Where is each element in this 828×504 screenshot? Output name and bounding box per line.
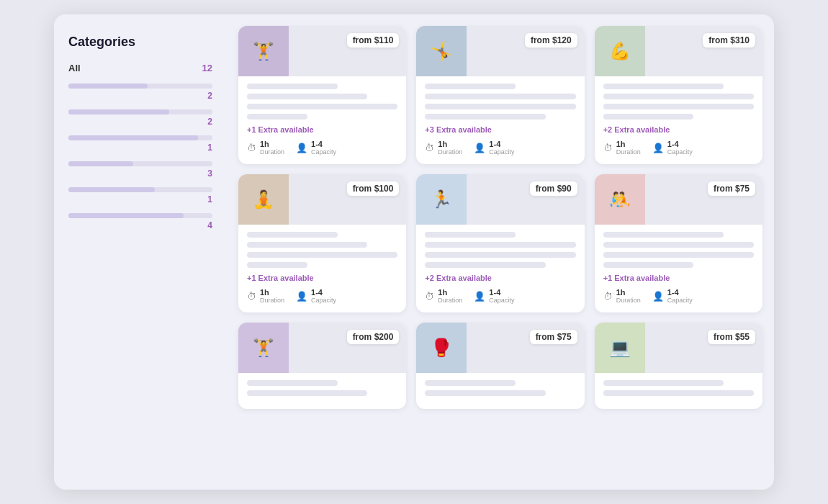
category-item-5[interactable]: 1 — [68, 187, 212, 204]
app-container: Categories All 12 2 2 1 — [54, 14, 774, 490]
category-count-2: 2 — [207, 117, 212, 127]
card-5-body: +2 Extra available ⏱ 1h Duration 👤 — [416, 225, 584, 312]
card-3-extra: +2 Extra available — [603, 125, 754, 134]
card-2-line3-skeleton — [425, 114, 545, 120]
card-2-title-skeleton — [425, 84, 516, 89]
card-5-capacity-value: 1-4 — [489, 288, 514, 297]
card-1-price: from $110 — [347, 33, 400, 48]
sidebar-title: Categories — [68, 35, 212, 50]
card-8-title-skeleton — [425, 380, 516, 386]
card-5-extra: +2 Extra available — [425, 274, 575, 282]
card-7[interactable]: 🏋️ from $200 — [238, 323, 406, 409]
card-2-capacity: 👤 1-4 Capacity — [474, 140, 514, 156]
card-4-duration: ⏱ 1h Duration — [247, 288, 284, 304]
category-item-6[interactable]: 4 — [68, 213, 212, 230]
card-2[interactable]: 🤸 from $120 +3 Extra available ⏱ 1h — [416, 26, 584, 164]
card-5-image: 🏃 — [416, 174, 467, 225]
card-4-duration-value: 1h — [260, 288, 284, 297]
card-1-capacity-label: Capacity — [311, 148, 336, 156]
category-all-label: All — [68, 63, 81, 73]
clock-icon-5: ⏱ — [425, 291, 434, 302]
card-1-image: 🏋️ — [238, 26, 289, 76]
card-1-duration-value: 1h — [260, 140, 284, 148]
category-all-row[interactable]: All 12 — [68, 63, 212, 73]
card-6-title-skeleton — [603, 232, 724, 238]
card-2-duration: ⏱ 1h Duration — [425, 140, 462, 156]
category-item-4[interactable]: 3 — [68, 161, 212, 179]
person-icon-4: 👤 — [296, 291, 307, 302]
category-item-2[interactable]: 2 — [68, 109, 212, 127]
card-1-title-skeleton — [247, 84, 338, 89]
card-3-line3-skeleton — [603, 114, 694, 120]
card-7-price: from $200 — [347, 330, 400, 344]
card-2-duration-label: Duration — [438, 148, 462, 156]
card-3-capacity: 👤 1-4 Capacity — [652, 140, 693, 156]
card-3-price: from $310 — [703, 33, 755, 48]
card-1[interactable]: 🏋️ from $110 +1 Extra available ⏱ 1h — [238, 26, 406, 164]
card-2-body: +3 Extra available ⏱ 1h Duration 👤 — [416, 76, 584, 164]
card-4-header: 🧘 from $100 — [238, 174, 406, 225]
card-7-header: 🏋️ from $200 — [238, 323, 406, 373]
card-7-image: 🏋️ — [238, 323, 289, 373]
card-5-duration: ⏱ 1h Duration — [425, 288, 462, 304]
card-3-line1-skeleton — [603, 94, 754, 99]
card-5-header: 🏃 from $90 — [416, 174, 584, 225]
card-7-title-skeleton — [247, 380, 338, 386]
card-1-meta: ⏱ 1h Duration 👤 1-4 Capacity — [247, 140, 397, 156]
category-count-6: 4 — [207, 220, 212, 230]
category-item-1[interactable]: 2 — [68, 84, 212, 101]
card-4-capacity-label: Capacity — [311, 297, 336, 304]
card-3-capacity-value: 1-4 — [667, 140, 693, 148]
card-6[interactable]: 🤼 from $75 +1 Extra available ⏱ 1h — [595, 174, 762, 312]
card-9-title-skeleton — [603, 380, 724, 386]
card-4-capacity-value: 1-4 — [311, 288, 336, 297]
card-8[interactable]: 🥊 from $75 — [416, 323, 584, 409]
card-6-meta: ⏱ 1h Duration 👤 1-4 Capacity — [603, 288, 754, 304]
card-6-line1-skeleton — [603, 242, 754, 248]
card-9-line1-skeleton — [603, 390, 754, 396]
card-9[interactable]: 💻 from $55 — [595, 323, 762, 409]
card-6-image: 🤼 — [595, 174, 645, 225]
card-2-meta: ⏱ 1h Duration 👤 1-4 Capacity — [425, 140, 575, 156]
card-3-duration: ⏱ 1h Duration — [603, 140, 641, 156]
card-5-title-skeleton — [425, 232, 516, 238]
card-5-meta: ⏱ 1h Duration 👤 1-4 Capacity — [425, 288, 575, 304]
card-5[interactable]: 🏃 from $90 +2 Extra available ⏱ 1h — [416, 174, 584, 312]
card-2-price: from $120 — [525, 33, 577, 48]
card-4-price: from $100 — [347, 181, 400, 196]
card-2-line1-skeleton — [425, 94, 575, 99]
card-3[interactable]: 💪 from $310 +2 Extra available ⏱ 1h — [595, 26, 762, 164]
card-1-capacity: 👤 1-4 Capacity — [296, 140, 336, 156]
cards-grid: 🏋️ from $110 +1 Extra available ⏱ 1h — [238, 26, 762, 409]
card-4-title-skeleton — [247, 232, 338, 238]
card-3-capacity-label: Capacity — [667, 148, 693, 156]
card-6-body: +1 Extra available ⏱ 1h Duration 👤 — [595, 225, 762, 312]
card-5-line2-skeleton — [425, 252, 575, 258]
card-1-header: 🏋️ from $110 — [238, 26, 406, 76]
card-6-header: 🤼 from $75 — [595, 174, 762, 225]
card-6-duration: ⏱ 1h Duration — [603, 288, 641, 304]
card-7-body — [238, 373, 406, 409]
card-2-capacity-label: Capacity — [489, 148, 514, 156]
card-6-duration-label: Duration — [616, 297, 641, 304]
clock-icon-3: ⏱ — [603, 143, 613, 153]
card-3-duration-label: Duration — [616, 148, 641, 156]
person-icon: 👤 — [296, 143, 307, 153]
category-count-3: 1 — [207, 143, 212, 153]
card-6-capacity: 👤 1-4 Capacity — [652, 288, 693, 304]
card-3-header: 💪 from $310 — [595, 26, 762, 76]
card-1-duration-label: Duration — [260, 148, 284, 156]
card-4[interactable]: 🧘 from $100 +1 Extra available ⏱ 1h — [238, 174, 406, 312]
card-8-price: from $75 — [530, 330, 577, 344]
card-4-image: 🧘 — [238, 174, 289, 225]
card-3-image: 💪 — [595, 26, 645, 76]
category-count-5: 1 — [207, 194, 212, 204]
person-icon-5: 👤 — [474, 291, 485, 302]
card-4-capacity: 👤 1-4 Capacity — [296, 288, 336, 304]
card-8-body — [416, 373, 584, 409]
category-item-3[interactable]: 1 — [68, 135, 212, 153]
card-5-price: from $90 — [530, 181, 577, 196]
card-2-header: 🤸 from $120 — [416, 26, 584, 76]
card-2-extra: +3 Extra available — [425, 125, 575, 134]
card-9-body — [595, 373, 762, 409]
